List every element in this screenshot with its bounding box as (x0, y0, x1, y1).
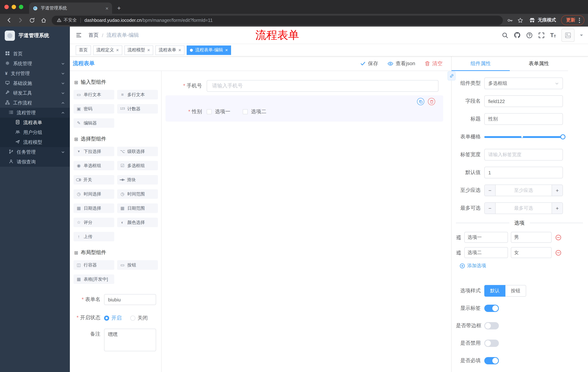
tag-process-model[interactable]: 流程模型 × (124, 45, 153, 55)
required-switch[interactable] (484, 357, 499, 364)
palette-item-checkbox-group[interactable]: ☑多选框组 (117, 161, 158, 170)
sidebar-item-leave-query[interactable]: 请假查询 (0, 157, 70, 167)
phone-field-row[interactable]: 手机号 请输入手机号 (166, 80, 443, 92)
url-bar[interactable]: 不安全 dashboard.yudao.iocoder.cn/bpm/manag… (52, 15, 503, 25)
palette-item-table[interactable]: ▦表格[开发中] (74, 275, 114, 284)
home-icon[interactable] (39, 15, 49, 25)
tag-close-icon[interactable]: × (178, 48, 181, 53)
remove-option-button[interactable] (555, 234, 561, 240)
palette-item-time[interactable]: ◷时间选择 (74, 189, 114, 199)
forward-icon[interactable] (15, 15, 25, 25)
update-button[interactable]: 更新 (561, 15, 584, 25)
search-icon[interactable] (502, 32, 508, 38)
palette-item-editor[interactable]: ✎编辑器 (74, 118, 114, 128)
tag-home[interactable]: 首页 (76, 45, 91, 55)
status-off-radio[interactable]: 关闭 (130, 315, 148, 321)
palette-item-color[interactable]: ◐颜色选择 (117, 218, 158, 227)
default-value-input[interactable]: 1 (484, 167, 563, 178)
tag-process-form[interactable]: 流程表单 × (155, 45, 184, 55)
sidebar-item-devtools[interactable]: 研发工具 (0, 88, 70, 98)
back-icon[interactable] (4, 15, 14, 25)
palette-item-counter[interactable]: 123计数器 (117, 104, 158, 114)
breadcrumb-home[interactable]: 首页 (88, 32, 99, 38)
copy-widget-button[interactable] (417, 98, 424, 105)
new-tab-button[interactable]: + (117, 5, 121, 11)
component-type-select[interactable]: 多选框组 (484, 77, 563, 89)
selected-widget-gender[interactable]: 性别 选项一 选项二 (166, 95, 443, 122)
label-width-input[interactable]: 请输入标签宽度 (484, 149, 563, 160)
remove-option-button[interactable] (555, 250, 561, 256)
field-name-input[interactable]: field122 (484, 95, 563, 107)
sidebar-item-home[interactable]: 首页 (0, 49, 70, 59)
palette-item-button[interactable]: ▭按钮 (117, 260, 158, 270)
sidebar-item-process-management[interactable]: 流程管理 (0, 108, 70, 117)
avatar[interactable] (561, 29, 575, 42)
help-icon[interactable] (526, 32, 533, 38)
increase-button[interactable]: + (552, 185, 563, 196)
border-switch[interactable] (484, 322, 499, 329)
drag-handle-icon[interactable] (456, 234, 461, 240)
browser-tab[interactable]: 芋道管理系统 × (29, 2, 112, 14)
window-minimize-button[interactable] (12, 5, 16, 9)
browser-menu-icon[interactable] (578, 17, 581, 23)
slider-track[interactable] (484, 136, 563, 138)
min-select-value[interactable]: 至少应选 (496, 185, 552, 196)
slider-handle[interactable] (560, 134, 566, 139)
reload-icon[interactable] (27, 15, 37, 25)
sidebar-item-workflow[interactable]: 工作流程 (0, 98, 70, 108)
gender-option-2-checkbox[interactable]: 选项二 (243, 108, 266, 115)
tag-close-icon[interactable]: × (225, 48, 228, 53)
palette-item-date-range[interactable]: ▦日期范围 (117, 203, 158, 213)
sidebar-item-infrastructure[interactable]: 基础设施 (0, 78, 70, 88)
sidebar-item-payment[interactable]: ¥ 支付管理 (0, 68, 70, 78)
tab-component-props[interactable]: 组件属性 (452, 56, 510, 71)
gender-field-row[interactable]: 性别 选项一 选项二 (166, 108, 443, 115)
palette-item-select[interactable]: ▼下拉选择 (74, 147, 114, 156)
palette-item-single-line[interactable]: ▭单行文本 (74, 90, 114, 99)
sidebar-item-user-group[interactable]: 用户分组 (0, 128, 70, 137)
font-size-icon[interactable]: TT (550, 32, 556, 38)
status-on-radio[interactable]: 开启 (104, 315, 122, 321)
palette-item-rate[interactable]: ☆评分 (74, 218, 114, 227)
disabled-switch[interactable] (484, 340, 499, 347)
save-button[interactable]: 保存 (360, 60, 378, 67)
tab-form-props[interactable]: 表单属性 (510, 56, 568, 71)
link-icon[interactable] (448, 71, 456, 80)
form-name-input[interactable]: biubiu (104, 294, 156, 305)
form-canvas[interactable]: 手机号 请输入手机号 (162, 71, 451, 372)
avatar-caret-icon[interactable] (580, 35, 583, 37)
decrease-button[interactable]: − (485, 185, 496, 196)
palette-item-upload[interactable]: ↑上传 (74, 232, 114, 241)
grid-slider[interactable] (484, 131, 563, 143)
tag-close-icon[interactable]: × (147, 48, 150, 53)
style-button-button[interactable]: 按钮 (505, 285, 526, 297)
show-label-switch[interactable] (484, 305, 499, 312)
window-zoom-button[interactable] (19, 5, 23, 9)
increase-button[interactable]: + (552, 203, 563, 214)
tag-close-icon[interactable]: × (116, 48, 119, 53)
clear-button[interactable]: 清空 (425, 60, 442, 67)
form-remark-textarea[interactable]: 嘿嘿 (104, 329, 156, 351)
title-input[interactable]: 性别 (484, 113, 563, 125)
sidebar-item-process-form[interactable]: 流程表单 (0, 117, 70, 128)
max-select-value[interactable]: 最多可选 (496, 203, 552, 214)
add-option-button[interactable]: 添加选项 (460, 262, 588, 269)
palette-item-cascader[interactable]: ⌥级联选择 (117, 147, 158, 156)
password-key-icon[interactable] (506, 16, 514, 25)
palette-item-multi-line[interactable]: ≡多行文本 (117, 90, 158, 99)
option-2-label-input[interactable]: 选项二 (464, 247, 508, 258)
palette-item-password[interactable]: ▣密码 (74, 104, 114, 114)
sidebar-fold-icon[interactable] (76, 32, 82, 38)
palette-item-radio-group[interactable]: ◉单选框组 (74, 161, 114, 170)
option-1-label-input[interactable]: 选项一 (464, 232, 508, 243)
delete-widget-button[interactable] (428, 98, 435, 105)
window-close-button[interactable] (4, 5, 9, 9)
tag-process-form-edit[interactable]: 流程表单-编辑 × (187, 45, 231, 55)
palette-item-date[interactable]: ▦日期选择 (74, 203, 114, 213)
bookmark-star-icon[interactable] (516, 16, 525, 25)
decrease-button[interactable]: − (485, 203, 496, 214)
sidebar-item-process-model[interactable]: 流程模型 (0, 137, 70, 147)
github-icon[interactable] (514, 32, 521, 39)
sidebar-item-task-management[interactable]: 任务管理 (0, 147, 70, 157)
palette-item-time-range[interactable]: ◷时间范围 (117, 189, 158, 199)
